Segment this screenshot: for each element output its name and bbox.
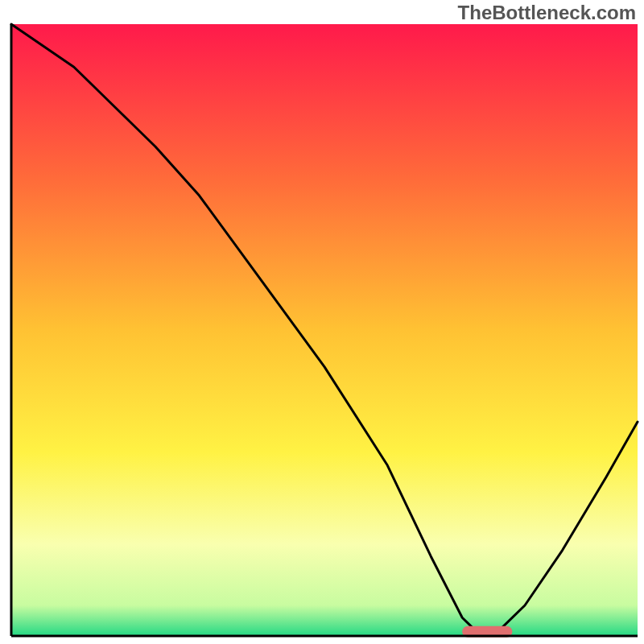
bottleneck-chart <box>0 0 644 644</box>
watermark-text: TheBottleneck.com <box>458 2 636 24</box>
chart-container: TheBottleneck.com <box>0 0 644 644</box>
plot-background <box>11 24 638 636</box>
